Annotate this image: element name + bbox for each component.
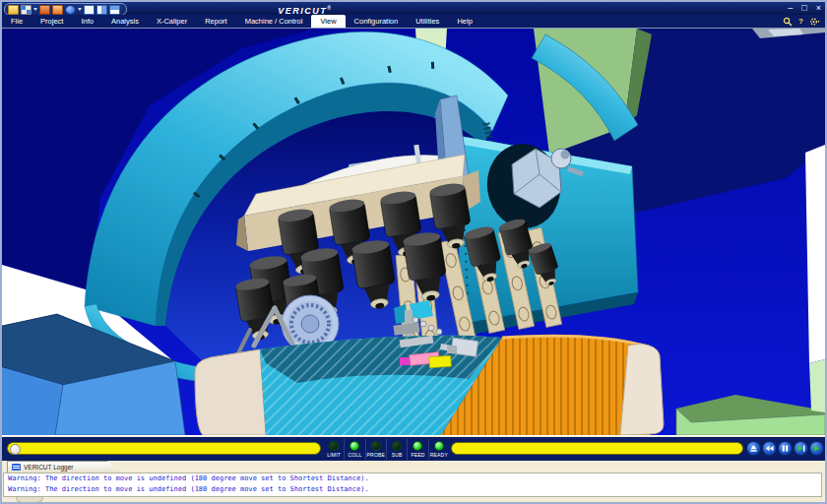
workpiece[interactable] (195, 336, 664, 435)
multi-view-layout-icon[interactable] (109, 5, 120, 15)
nc-program-progress-bar[interactable] (451, 442, 743, 455)
limit-led-icon (329, 441, 339, 451)
minimize-button[interactable]: – (788, 2, 793, 15)
led-ready: READY (428, 439, 449, 460)
feed-led-icon (413, 441, 422, 451)
app-logo: VERICUT® (260, 2, 349, 15)
save-project-icon[interactable] (52, 5, 63, 15)
logger-messages[interactable]: Warning: The direction to move is undefi… (3, 472, 822, 497)
workpiece-end-cap-right (620, 344, 664, 435)
menu-project[interactable]: Project (32, 15, 72, 28)
menu-info[interactable]: Info (72, 15, 102, 28)
right-green-sliver (809, 359, 825, 412)
search-icon[interactable] (783, 17, 793, 27)
menu-file[interactable]: File (2, 15, 32, 28)
menu-help[interactable]: Help (448, 15, 480, 28)
close-button[interactable]: × (816, 2, 821, 15)
led-limit: LIMIT (324, 439, 344, 460)
led-feed: FEED (407, 439, 427, 460)
collision-highlight-yellow (429, 355, 452, 368)
led-probe: PROBE (365, 439, 386, 460)
status-leds: LIMIT COLL PROBE SUB FEED READY (324, 439, 449, 460)
reset-button[interactable] (746, 441, 761, 456)
viewport-3d[interactable] (2, 28, 825, 437)
menu-bar: File Project Info Analysis X-Caliper Rep… (2, 15, 825, 28)
open-folder-icon[interactable] (8, 5, 19, 15)
simulation-progress-bar[interactable] (7, 442, 321, 455)
sub-led-icon (392, 441, 402, 451)
menu-utilities[interactable]: Utilities (407, 15, 448, 28)
led-coll: COLL (344, 439, 364, 460)
info-dropdown-caret-icon[interactable] (78, 8, 82, 11)
menu-analysis[interactable]: Analysis (102, 15, 148, 28)
open-dropdown-caret-icon[interactable] (33, 8, 37, 11)
help-icon[interactable]: ? (798, 15, 803, 28)
rewind-button[interactable] (762, 441, 777, 456)
settings-gear-icon[interactable] (809, 17, 820, 27)
transport-bar: LIMIT COLL PROBE SUB FEED READY (2, 436, 825, 462)
menu-configuration[interactable]: Configuration (346, 15, 408, 28)
coll-led-icon (350, 441, 359, 451)
in-process-file-icon[interactable] (21, 5, 32, 15)
workpiece-end-cap-left (195, 349, 266, 435)
save-image-icon[interactable] (39, 5, 50, 15)
title-bar: VERICUT® – □ × (2, 2, 825, 15)
step-button[interactable] (794, 441, 808, 456)
menu-report[interactable]: Report (196, 15, 236, 28)
logger-tab[interactable]: VERICUT Logger (7, 461, 119, 472)
info-icon[interactable] (65, 5, 76, 15)
collision-highlight-magenta (400, 357, 411, 365)
logger-message: Warning: The direction to move is undefi… (4, 473, 821, 484)
logger-footer (2, 497, 825, 502)
pause-button[interactable] (778, 441, 793, 456)
logger-icon (12, 464, 21, 471)
menu-view[interactable]: View (311, 15, 345, 28)
playback-controls (746, 441, 824, 456)
logger-tab-label: VERICUT Logger (24, 464, 73, 471)
menu-x-caliper[interactable]: X-Caliper (148, 15, 196, 28)
menu-machine-control[interactable]: Machine / Control (236, 15, 312, 28)
probe-led-icon (371, 441, 381, 451)
maximize-button[interactable]: □ (801, 2, 806, 15)
ready-led-icon (434, 441, 444, 451)
single-view-layout-icon[interactable] (84, 5, 95, 15)
split-view-layout-icon[interactable] (96, 5, 107, 15)
logger-panel: VERICUT Logger Warning: The direction to… (2, 461, 825, 502)
vericut-window: VERICUT® – □ × File Project Info Analysi… (0, 0, 827, 504)
progress-knob[interactable] (10, 444, 21, 455)
led-sub: SUB (386, 439, 407, 460)
play-button[interactable] (809, 441, 824, 456)
logger-message: Warning: The direction to move is undefi… (4, 484, 821, 495)
logger-resize-notch[interactable] (16, 497, 43, 503)
